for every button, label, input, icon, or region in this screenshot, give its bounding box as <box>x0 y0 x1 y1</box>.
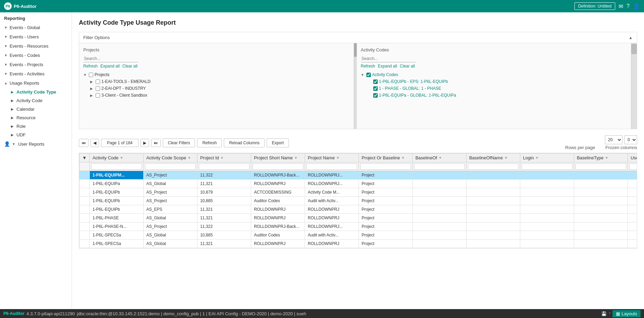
sidebar-item-resource[interactable]: ▶ Resource <box>0 113 72 122</box>
right-scrollbar[interactable] <box>631 43 637 129</box>
th-project-name[interactable]: Project Name▼ <box>305 154 359 162</box>
row-selector[interactable] <box>80 205 90 214</box>
tree-item-industry[interactable]: ▶ 2-EAI-DPT - INDUSTRY <box>90 85 350 92</box>
tree-item-equip-a[interactable]: 1-P6L-EQUIPa - GLOBAL: 1-P6L-EQUIPa <box>368 92 627 99</box>
ac-refresh-btn[interactable]: Refresh <box>361 64 375 69</box>
filter-project-short-name[interactable] <box>253 163 303 170</box>
sidebar-item-usage-reports[interactable]: ▲ Usage Reports <box>0 78 72 88</box>
row-selector[interactable] <box>80 171 90 180</box>
refresh-btn[interactable]: Refresh <box>197 138 222 147</box>
tree-item-emerald[interactable]: ▶ 1-EAI-TOOLS - EMERALD <box>90 78 350 85</box>
table-row[interactable]: 1-P6L-SPECSaAS_Global10,885Auditor Codes… <box>80 231 637 240</box>
th-login[interactable]: Login▼ <box>520 154 574 162</box>
th-project-short-name[interactable]: Project Short Name▼ <box>251 154 305 162</box>
mail-icon[interactable]: ✉ <box>619 3 623 10</box>
row-selector[interactable] <box>80 197 90 205</box>
scrollbar-handle[interactable] <box>354 43 357 57</box>
frozen-columns-select[interactable]: 0 1 2 <box>624 135 637 144</box>
filter-baseline-of[interactable] <box>414 163 465 170</box>
sidebar-item-events-activities[interactable]: ▼ Events - Activities <box>0 69 72 78</box>
activity-codes-search[interactable] <box>361 55 416 62</box>
sidebar-item-role[interactable]: ▶ Role <box>0 122 72 131</box>
th-baseline-of[interactable]: BaselineOf▼ <box>412 154 466 162</box>
tree-item-sandbox[interactable]: ▶ 3-Client - Client Sandbox <box>90 92 350 99</box>
sidebar-item-udf[interactable]: ▶ UDF <box>0 131 72 139</box>
next-page-btn[interactable]: ▶ <box>141 139 149 147</box>
row-selector[interactable] <box>80 231 90 240</box>
projects-checkbox[interactable] <box>89 73 93 77</box>
th-user-category[interactable]: UserCategory▼ <box>628 154 637 162</box>
phase-checkbox[interactable] <box>373 86 378 91</box>
filter-project-name[interactable] <box>306 163 357 170</box>
sidebar-item-events-resources[interactable]: ▼ Events - Resources <box>0 41 72 51</box>
row-selector[interactable] <box>80 240 90 248</box>
th-baseline-of-name[interactable]: BaselineOfName▼ <box>466 154 520 162</box>
sidebar-item-events-users[interactable]: ▼ Events - Users <box>0 32 72 41</box>
ac-expand-btn[interactable]: Expand all <box>378 64 397 69</box>
layouts-button[interactable]: ▦ Layouts <box>612 310 641 317</box>
filter-user-category[interactable] <box>629 163 637 170</box>
filter-activity-code-scope[interactable] <box>145 163 196 170</box>
filter-baseline-type[interactable] <box>575 163 626 170</box>
rows-per-page-select[interactable]: 20 50 100 <box>605 135 622 144</box>
row-selector[interactable] <box>80 214 90 222</box>
row-selector[interactable] <box>80 188 90 197</box>
industry-checkbox[interactable] <box>96 86 100 91</box>
help-icon[interactable]: ? <box>627 3 630 9</box>
emerald-checkbox[interactable] <box>96 80 100 84</box>
sandbox-checkbox[interactable] <box>96 93 100 98</box>
tree-item-phase[interactable]: 1 - PHASE - GLOBAL: 1 - PHASE <box>368 85 627 92</box>
projects-expand-btn[interactable]: Expand all <box>100 64 120 69</box>
th-activity-code-scope[interactable]: Activity Code Scope▼ <box>143 154 197 162</box>
table-row[interactable]: 1-P6L-EQUIPbAS_EPS11,321ROLLDOWNPRJROLLD… <box>80 205 637 214</box>
tree-item-equip-b[interactable]: 1-P6L-EQUIPb - EPS: 1-P6L-EQUIPb <box>368 78 627 85</box>
sidebar-item-activity-code[interactable]: ▶ Activity Code <box>0 96 72 105</box>
th-project-id[interactable]: Project Id▼ <box>197 154 251 162</box>
th-baseline-type[interactable]: BaselineType▼ <box>574 154 628 162</box>
user-icon[interactable]: 👤 <box>633 3 640 10</box>
table-row[interactable]: 1-P6L-EQUIPM...AS_Project11,322ROLLDOWNP… <box>80 171 637 180</box>
table-row[interactable]: 1-P6L-SPECSaAS_Global11,321ROLLDOWNPRJRO… <box>80 240 637 248</box>
prev-page-btn[interactable]: ◀ <box>90 139 99 147</box>
sidebar-item-user-reports[interactable]: 👤 ▼ User Reports <box>0 139 72 149</box>
projects-clear-btn[interactable]: Clear all <box>122 64 137 69</box>
equip-a-checkbox[interactable] <box>373 93 378 98</box>
row-selector[interactable] <box>80 222 90 231</box>
table-row[interactable]: 1-P6L-EQUIPbAS_Project10,879ACTCODEMISSI… <box>80 188 637 197</box>
equip-b-checkbox[interactable] <box>373 80 378 84</box>
table-row[interactable]: 1-P6L-PHASEAS_Global11,321ROLLDOWNPRJROL… <box>80 214 637 222</box>
filter-baseline-of-name[interactable] <box>468 163 519 170</box>
row-selector[interactable] <box>80 180 90 188</box>
sidebar-item-events-codes[interactable]: ▼ Events - Codes <box>0 51 72 60</box>
ac-clear-btn[interactable]: Clear all <box>400 64 415 69</box>
last-page-btn[interactable]: ⏭ <box>151 139 161 147</box>
projects-refresh-btn[interactable]: Refresh <box>83 64 98 69</box>
projects-scrollbar[interactable] <box>354 43 357 129</box>
th-filter[interactable]: ▼ <box>80 154 90 162</box>
table-row[interactable]: 1-P6L-EQUIPbAS_Project10,885Auditor Code… <box>80 197 637 205</box>
filter-activity-code[interactable] <box>91 163 142 170</box>
table-row[interactable]: 1-P6L-PHASE-N...AS_Project11,322ROLLDOWN… <box>80 222 637 231</box>
filter-header[interactable]: Filter Options ▲ <box>79 32 637 43</box>
first-page-btn[interactable]: ⏮ <box>79 139 88 147</box>
sidebar-item-events-projects[interactable]: ▼ Events - Projects <box>0 60 72 69</box>
export-btn[interactable]: Export <box>267 138 289 147</box>
definition-button[interactable]: Definition: Untitled <box>574 2 615 10</box>
filter-login[interactable] <box>522 163 572 170</box>
sidebar-item-events-global[interactable]: ▼ Events - Global <box>0 23 72 32</box>
tree-item-activity-codes[interactable]: ▼ Activity Codes <box>361 71 627 78</box>
filter-por-baseline[interactable] <box>360 163 411 170</box>
activity-codes-checkbox[interactable] <box>366 73 371 77</box>
table-row[interactable]: 1-P6L-EQUIPaAS_Global11,321ROLLDOWNPRJRO… <box>80 180 637 188</box>
right-scrollbar-handle[interactable] <box>631 44 637 54</box>
collapse-icon[interactable]: ▲ <box>629 35 633 40</box>
sidebar-item-calendar[interactable]: ▶ Calendar <box>0 105 72 113</box>
sidebar-item-activity-code-type[interactable]: ▶ Activity Code Type <box>0 88 72 96</box>
reload-columns-btn[interactable]: Reload Columns <box>224 138 265 147</box>
tree-item-projects[interactable]: ▼ Projects <box>83 71 350 78</box>
filter-project-id[interactable] <box>199 163 250 170</box>
th-project-or-baseline[interactable]: Project Or Baseline▼ <box>359 154 412 162</box>
clear-filters-btn[interactable]: Clear Filters <box>163 138 195 147</box>
projects-search[interactable] <box>83 55 138 62</box>
th-activity-code[interactable]: Activity Code▼ <box>89 154 143 162</box>
